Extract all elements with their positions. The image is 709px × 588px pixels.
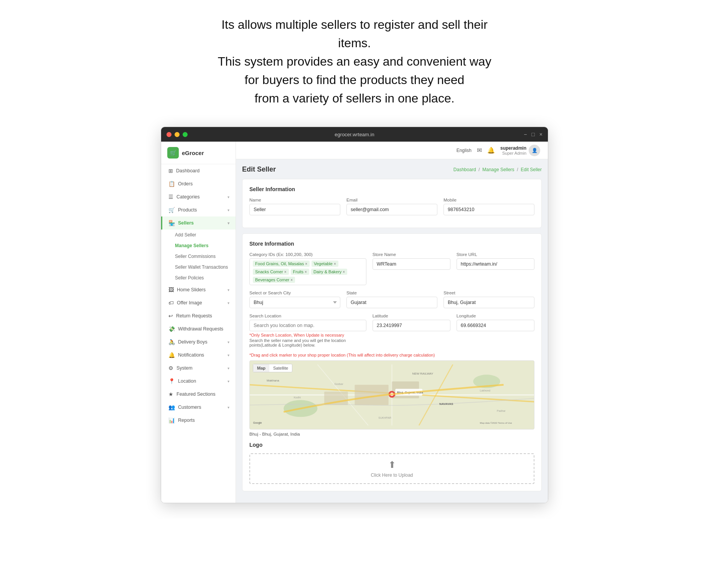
seller-info-title: Seller Information bbox=[249, 186, 534, 192]
sidebar-item-dashboard[interactable]: ⊞ Dashboard bbox=[161, 164, 236, 177]
breadcrumb-dashboard[interactable]: Dashboard bbox=[453, 167, 476, 172]
store-row2: Select or Search City Bhuj State Street bbox=[249, 291, 534, 308]
window-resize-icon[interactable]: □ bbox=[531, 131, 534, 137]
store-row3: Search Location *Only Search Location, W… bbox=[249, 314, 534, 347]
bell-icon[interactable]: 🔔 bbox=[487, 147, 495, 154]
breadcrumb-manage-sellers[interactable]: Manage Sellers bbox=[482, 167, 514, 172]
sidebar-item-delivery-boys[interactable]: 🚴 Delivery Boys ▾ bbox=[161, 335, 236, 349]
sidebar-subitem-seller-wallet[interactable]: Seller Wallet Transactions bbox=[161, 262, 236, 273]
browser-window: egrocer.wrteam.in − □ × 🛒 eGrocer ⊞ Dash… bbox=[161, 127, 548, 503]
logo-section: Logo ⬆ Click Here to Upload bbox=[249, 442, 534, 484]
search-location-input[interactable] bbox=[249, 320, 366, 331]
avatar[interactable]: 👤 bbox=[529, 145, 540, 156]
state-group: State bbox=[346, 291, 437, 308]
sidebar-label-notifications: Notifications bbox=[178, 352, 204, 358]
sidebar-item-products[interactable]: 🛒 Products ▾ bbox=[161, 203, 236, 216]
store-url-label: Store URL bbox=[457, 252, 534, 257]
page-title: Edit Seller bbox=[242, 165, 276, 173]
sidebar-item-orders[interactable]: 📋 Orders bbox=[161, 177, 236, 190]
delivery-boys-arrow: ▾ bbox=[228, 340, 229, 344]
state-input[interactable] bbox=[346, 297, 437, 308]
sidebar-item-location[interactable]: 📍 Location ▾ bbox=[161, 375, 236, 388]
reports-icon: 📊 bbox=[168, 417, 175, 423]
email-icon[interactable]: ✉ bbox=[477, 147, 482, 154]
street-input[interactable] bbox=[444, 297, 534, 308]
category-ids-group: Category IDs (Ex: 100,200, 300) Food Gra… bbox=[249, 252, 366, 285]
location-icon: 📍 bbox=[168, 378, 175, 384]
sidebar-item-featured-sections[interactable]: ★ Featured Sections bbox=[161, 388, 236, 401]
home-sliders-icon: 🖼 bbox=[168, 287, 174, 293]
sidebar-item-offer-image[interactable]: 🏷 Offer Image ▾ bbox=[161, 296, 236, 309]
user-role: Super Admin bbox=[500, 151, 526, 155]
breadcrumb-edit-seller: Edit Seller bbox=[521, 167, 542, 172]
name-group: Name bbox=[249, 198, 340, 215]
hero-line3: for buyers to find the products they nee… bbox=[245, 73, 465, 87]
sidebar-item-categories[interactable]: ☰ Categories ▾ bbox=[161, 190, 236, 203]
window-minimize-icon[interactable]: − bbox=[524, 131, 527, 137]
category-tags[interactable]: Food Grains, Oil, Masalas × Vegetable × … bbox=[249, 258, 366, 285]
browser-titlebar: egrocer.wrteam.in − □ × bbox=[161, 127, 548, 142]
longitude-input[interactable] bbox=[457, 320, 534, 331]
logo-upload[interactable]: ⬆ Click Here to Upload bbox=[249, 453, 534, 484]
upload-icon: ⬆ bbox=[388, 459, 396, 470]
sidebar-label-delivery-boys: Delivery Boys bbox=[178, 339, 207, 345]
email-input[interactable] bbox=[346, 204, 437, 215]
seller-info-row: Name Email Mobile bbox=[249, 198, 534, 215]
sidebar-subitem-seller-policies[interactable]: Seller Policies bbox=[161, 273, 236, 283]
sidebar-item-reports[interactable]: 📊 Reports bbox=[161, 414, 236, 427]
sidebar: 🛒 eGrocer ⊞ Dashboard 📋 Orders ☰ Categor… bbox=[161, 142, 236, 503]
window-close-icon[interactable]: × bbox=[539, 131, 542, 137]
mobile-input[interactable] bbox=[444, 204, 534, 215]
sellers-icon: 🏪 bbox=[168, 220, 175, 226]
products-icon: 🛒 bbox=[168, 207, 175, 213]
map-container[interactable]: Map Satellite bbox=[249, 360, 534, 429]
sidebar-item-sellers[interactable]: 🏪 Sellers ▾ bbox=[161, 216, 236, 230]
sidebar-label-location: Location bbox=[178, 378, 196, 384]
sidebar-item-withdrawal-requests[interactable]: 💸 Withdrawal Requests bbox=[161, 322, 236, 335]
sidebar-item-notifications[interactable]: 🔔 Notifications ▾ bbox=[161, 349, 236, 362]
home-sliders-arrow: ▾ bbox=[228, 288, 229, 292]
close-btn[interactable] bbox=[167, 132, 171, 137]
city-group: Select or Search City Bhuj bbox=[249, 291, 340, 308]
minimize-btn[interactable] bbox=[175, 132, 180, 137]
latitude-input[interactable] bbox=[373, 320, 450, 331]
search-location-label: Search Location bbox=[249, 314, 366, 318]
maximize-btn[interactable] bbox=[183, 132, 188, 137]
svg-text:Lakhond: Lakhond bbox=[480, 389, 490, 392]
sidebar-item-system[interactable]: ⚙ System ▾ bbox=[161, 362, 236, 375]
sidebar-subitem-seller-commissions[interactable]: Seller Commissions bbox=[161, 251, 236, 262]
sidebar-item-home-sliders[interactable]: 🖼 Home Sliders ▾ bbox=[161, 283, 236, 296]
state-label: State bbox=[346, 291, 437, 295]
dashboard-icon: ⊞ bbox=[168, 168, 173, 174]
name-input[interactable] bbox=[249, 204, 340, 215]
map-tab-map[interactable]: Map bbox=[253, 364, 269, 372]
hero-line1: Its allows multiple sellers to register … bbox=[221, 18, 488, 50]
sidebar-item-return-requests[interactable]: ↩ Return Requests bbox=[161, 309, 236, 322]
tag-food-grains: Food Grains, Oil, Masalas × bbox=[253, 261, 310, 267]
sidebar-label-featured: Featured Sections bbox=[176, 391, 215, 397]
mobile-label: Mobile bbox=[444, 198, 534, 202]
svg-text:Map data ©2022  Terms of Use: Map data ©2022 Terms of Use bbox=[480, 421, 512, 424]
email-label: Email bbox=[346, 198, 437, 202]
upload-text: Click Here to Upload bbox=[371, 472, 413, 478]
breadcrumb: Dashboard / Manage Sellers / Edit Seller bbox=[453, 167, 542, 172]
topbar: English ✉ 🔔 superadmin Super Admin 👤 bbox=[236, 142, 548, 159]
latitude-group: Latitude bbox=[373, 314, 450, 347]
store-name-label: Store Name bbox=[373, 252, 450, 257]
store-name-input[interactable] bbox=[373, 258, 450, 270]
sidebar-subitem-add-seller[interactable]: Add Seller bbox=[161, 230, 236, 240]
city-select[interactable]: Bhuj bbox=[249, 297, 340, 308]
sidebar-item-customers[interactable]: 👥 Customers ▾ bbox=[161, 401, 236, 414]
sidebar-label-offer-image: Offer Image bbox=[177, 300, 202, 306]
notifications-arrow: ▾ bbox=[228, 353, 229, 357]
sidebar-label-products: Products bbox=[178, 207, 197, 213]
store-information-card: Store Information Category IDs (Ex: 100,… bbox=[242, 233, 542, 491]
page-body: Edit Seller Dashboard / Manage Sellers /… bbox=[236, 159, 548, 503]
language-selector[interactable]: English bbox=[457, 148, 472, 153]
sellers-arrow: ▾ bbox=[228, 221, 229, 225]
sidebar-subitem-manage-sellers[interactable]: Manage Sellers bbox=[161, 240, 236, 251]
map-tab-satellite[interactable]: Satellite bbox=[269, 364, 292, 372]
search-location-group: Search Location *Only Search Location, W… bbox=[249, 314, 366, 347]
store-url-input[interactable] bbox=[457, 258, 534, 270]
helper-text-1: *Only Search Location, When Update is ne… bbox=[249, 333, 366, 337]
